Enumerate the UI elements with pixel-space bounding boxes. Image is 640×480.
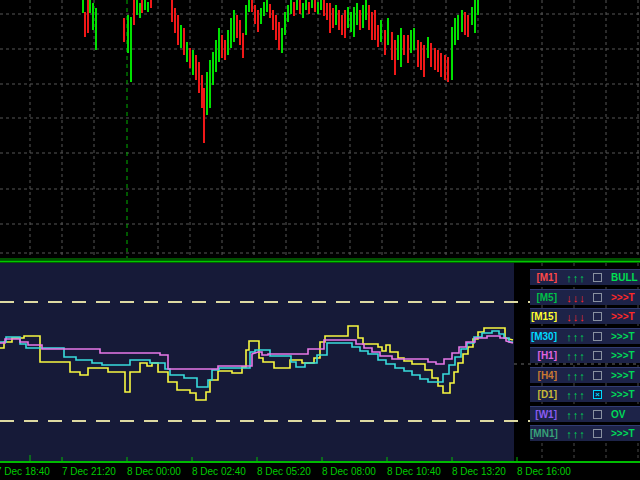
alert-checkbox[interactable] (593, 312, 602, 321)
signal-text[interactable]: >>>T (611, 291, 635, 305)
alert-checkbox[interactable] (593, 429, 602, 438)
signal-text[interactable]: BULL (611, 271, 638, 285)
timeframe-label: [MN1] (530, 427, 557, 441)
up-arrows-icon: ↑↑↑ (562, 330, 590, 344)
tf-row-h1[interactable]: [H1]↑↑↑>>>T (530, 347, 640, 363)
tf-row-h4[interactable]: [H4]↑↑↑>>>T (530, 367, 640, 383)
down-arrows-icon: ↓↓↓ (562, 310, 590, 324)
up-arrows-icon: ↑↑↑ (562, 388, 590, 402)
up-arrows-icon: ↑↑↑ (562, 427, 590, 441)
up-arrows-icon: ↑↑↑ (562, 349, 590, 363)
tf-row-m30[interactable]: [M30]↑↑↑>>>T (530, 328, 640, 344)
signal-text[interactable]: >>>T (611, 369, 635, 383)
up-arrows-icon: ↑↑↑ (562, 271, 590, 285)
alert-checkbox[interactable] (593, 351, 602, 360)
tf-row-m1[interactable]: [M1]↑↑↑BULL (530, 269, 640, 285)
alert-checkbox[interactable] (593, 273, 602, 282)
tf-row-m15[interactable]: [M15]↓↓↓>>>T (530, 308, 640, 324)
tf-row-mn1[interactable]: [MN1]↑↑↑>>>T (530, 425, 640, 441)
trading-platform-screen: [M1]↑↑↑BULL[M5]↓↓↓>>>T[M15]↓↓↓>>>T[M30]↑… (0, 0, 640, 480)
tf-row-d1[interactable]: [D1]↑↑↑×>>>T (530, 386, 640, 402)
signal-text[interactable]: >>>T (611, 427, 635, 441)
timeframe-label: [H4] (530, 369, 557, 383)
signal-text[interactable]: OV (611, 408, 625, 422)
tf-row-m5[interactable]: [M5]↓↓↓>>>T (530, 289, 640, 305)
down-arrows-icon: ↓↓↓ (562, 291, 590, 305)
timeframe-label: [M1] (530, 271, 557, 285)
up-arrows-icon: ↑↑↑ (562, 369, 590, 383)
timeframe-label: [D1] (530, 388, 557, 402)
timeframe-label: [M15] (530, 310, 557, 324)
signal-text[interactable]: >>>T (611, 330, 635, 344)
tf-row-w1[interactable]: [W1]↑↑↑OV (530, 406, 640, 422)
signal-text[interactable]: >>>T (611, 310, 635, 324)
up-arrows-icon: ↑↑↑ (562, 408, 590, 422)
alert-checkbox[interactable] (593, 410, 602, 419)
timeframe-label: [M30] (530, 330, 557, 344)
timeframe-label: [W1] (530, 408, 557, 422)
signal-text[interactable]: >>>T (611, 388, 635, 402)
timeframe-label: [H1] (530, 349, 557, 363)
signal-text[interactable]: >>>T (611, 349, 635, 363)
alert-checkbox[interactable] (593, 293, 602, 302)
alert-checkbox[interactable] (593, 371, 602, 380)
timeframe-label: [M5] (530, 291, 557, 305)
alert-checkbox-checked[interactable]: × (593, 390, 602, 399)
alert-checkbox[interactable] (593, 332, 602, 341)
